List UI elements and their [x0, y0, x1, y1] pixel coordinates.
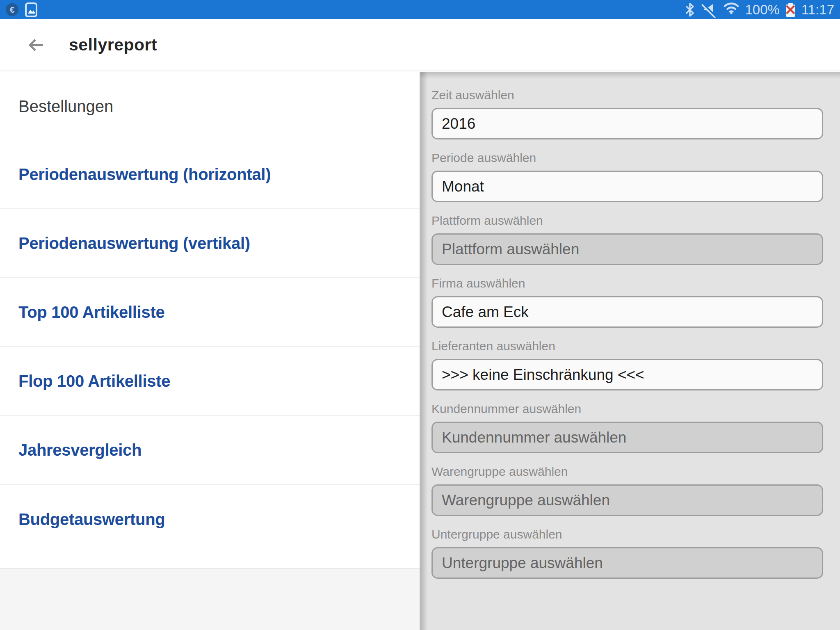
- volume-muted-icon: [701, 2, 717, 18]
- firma-select[interactable]: Cafe am Eck: [431, 296, 823, 328]
- untergruppe-select: Untergruppe auswählen: [431, 547, 823, 579]
- field-label-zeit: Zeit auswählen: [431, 87, 825, 103]
- app-screen: €: [0, 0, 840, 630]
- app-bar: sellyreport: [0, 19, 840, 71]
- back-button[interactable]: [25, 34, 47, 56]
- menu-item-jahresvergleich[interactable]: Jahresvergleich: [0, 416, 420, 485]
- field-plattform: Plattform auswählen Plattform auswählen: [431, 213, 825, 265]
- screenshot-notification-icon: [25, 2, 37, 17]
- status-bar: €: [0, 0, 840, 19]
- back-arrow-icon: [26, 35, 46, 55]
- zeit-select[interactable]: 2016: [431, 108, 823, 139]
- lieferanten-select[interactable]: >>> keine Einschränkung <<<: [431, 359, 823, 390]
- field-label-lieferanten: Lieferanten auswählen: [431, 338, 825, 354]
- field-warengruppe: Warengruppe auswählen Warengruppe auswäh…: [431, 464, 825, 516]
- field-label-untergruppe: Untergruppe auswählen: [431, 527, 825, 542]
- field-label-periode: Periode auswählen: [431, 150, 825, 166]
- menu-item-flop-100-artikelliste[interactable]: Flop 100 Artikelliste: [0, 347, 420, 416]
- field-label-firma: Firma auswählen: [431, 276, 825, 291]
- menu-list-end: [0, 554, 420, 568]
- filter-form-panel: Zeit auswählen 2016 Periode auswählen Mo…: [420, 72, 840, 630]
- battery-error-x-icon: ✕: [784, 2, 797, 18]
- field-label-plattform: Plattform auswählen: [431, 213, 825, 228]
- euro-notification-icon: €: [6, 3, 18, 16]
- kundennummer-select: Kundennummer auswählen: [431, 422, 823, 453]
- field-firma: Firma auswählen Cafe am Eck: [431, 276, 825, 328]
- menu-item-top-100-artikelliste[interactable]: Top 100 Artikelliste: [0, 278, 420, 347]
- page-title: sellyreport: [69, 35, 157, 55]
- notification-icons: €: [6, 2, 37, 17]
- menu-item-periodenauswertung-horizontal[interactable]: Periodenauswertung (horizontal): [0, 140, 420, 209]
- field-kundennummer: Kundennummer auswählen Kundennummer ausw…: [431, 401, 825, 453]
- field-periode: Periode auswählen Monat: [431, 150, 825, 202]
- menu-header-bestellungen: Bestellungen: [0, 72, 420, 140]
- field-label-warengruppe: Warengruppe auswählen: [431, 464, 825, 479]
- menu-item-budgetauswertung[interactable]: Budgetauswertung: [0, 485, 420, 554]
- battery-percentage: 100%: [745, 0, 779, 19]
- field-label-kundennummer: Kundennummer auswählen: [431, 401, 825, 417]
- bluetooth-icon: [685, 2, 695, 17]
- field-untergruppe: Untergruppe auswählen Untergruppe auswäh…: [431, 527, 825, 579]
- clock: 11:17: [801, 0, 834, 19]
- periode-select[interactable]: Monat: [431, 171, 823, 202]
- warengruppe-select: Warengruppe auswählen: [431, 484, 823, 516]
- battery-icon: ✕: [786, 3, 795, 17]
- plattform-select: Plattform auswählen: [431, 233, 823, 265]
- report-menu-panel: Bestellungen Periodenauswertung (horizon…: [0, 72, 420, 630]
- system-status-icons: 100% ✕ 11:17: [685, 0, 834, 19]
- menu-panel-filler: [0, 568, 420, 630]
- menu-item-periodenauswertung-vertikal[interactable]: Periodenauswertung (vertikal): [0, 209, 420, 278]
- field-lieferanten: Lieferanten auswählen >>> keine Einschrä…: [431, 338, 825, 390]
- wifi-icon: [722, 1, 740, 19]
- field-zeit: Zeit auswählen 2016: [431, 87, 825, 139]
